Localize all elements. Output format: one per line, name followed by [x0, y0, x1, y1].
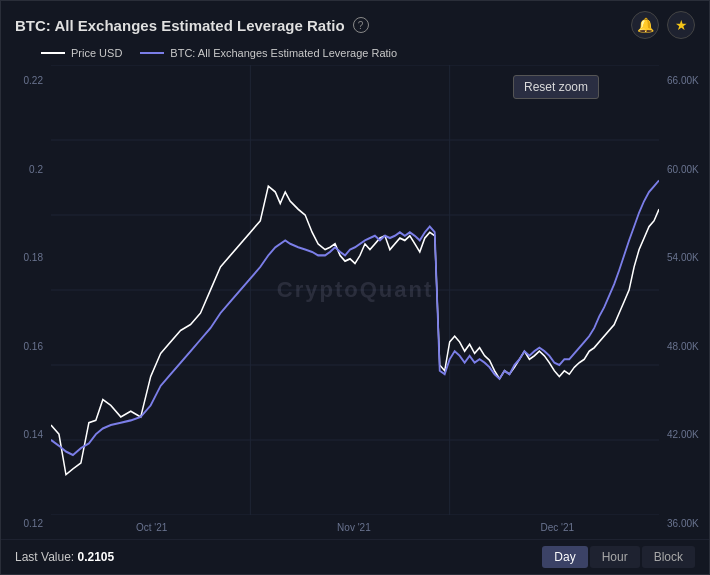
chart-area: 0.22 0.2 0.18 0.16 0.14 0.12 66.00K 60.0… [1, 65, 709, 539]
chart-inner: CryptoQuant Reset zoom [51, 65, 659, 515]
day-button[interactable]: Day [542, 546, 587, 568]
x-label-dec: Dec '21 [541, 522, 575, 533]
y-left-label-2: 0.18 [24, 252, 43, 263]
chart-svg [51, 65, 659, 515]
last-value-label: Last Value: [15, 550, 74, 564]
hour-button[interactable]: Hour [590, 546, 640, 568]
help-icon[interactable]: ? [353, 17, 369, 33]
star-icon[interactable]: ★ [667, 11, 695, 39]
last-value-number: 0.2105 [78, 550, 115, 564]
y-right-label-0: 66.00K [667, 75, 699, 86]
legend-line-white [41, 52, 65, 54]
chart-title: BTC: All Exchanges Estimated Leverage Ra… [15, 17, 345, 34]
y-left-label-0: 0.22 [24, 75, 43, 86]
bell-icon[interactable]: 🔔 [631, 11, 659, 39]
legend-item-price: Price USD [41, 47, 122, 59]
time-buttons: Day Hour Block [542, 546, 695, 568]
x-axis: Oct '21 Nov '21 Dec '21 [51, 515, 659, 539]
chart-container: BTC: All Exchanges Estimated Leverage Ra… [0, 0, 710, 575]
header-left: BTC: All Exchanges Estimated Leverage Ra… [15, 17, 369, 34]
legend-item-ratio: BTC: All Exchanges Estimated Leverage Ra… [140, 47, 397, 59]
y-axis-left: 0.22 0.2 0.18 0.16 0.14 0.12 [1, 65, 49, 539]
leverage-ratio-line [51, 180, 659, 455]
legend-label-price: Price USD [71, 47, 122, 59]
y-right-label-2: 54.00K [667, 252, 699, 263]
y-left-label-4: 0.14 [24, 429, 43, 440]
y-right-label-1: 60.00K [667, 164, 699, 175]
header-icons: 🔔 ★ [631, 11, 695, 39]
reset-zoom-button[interactable]: Reset zoom [513, 75, 599, 99]
last-value-display: Last Value: 0.2105 [15, 550, 114, 564]
price-line [51, 186, 659, 474]
chart-legend: Price USD BTC: All Exchanges Estimated L… [1, 45, 709, 65]
chart-footer: Last Value: 0.2105 Day Hour Block [1, 539, 709, 574]
y-left-label-5: 0.12 [24, 518, 43, 529]
chart-header: BTC: All Exchanges Estimated Leverage Ra… [1, 1, 709, 45]
y-right-label-4: 42.00K [667, 429, 699, 440]
block-button[interactable]: Block [642, 546, 695, 568]
legend-line-blue [140, 52, 164, 54]
x-label-nov: Nov '21 [337, 522, 371, 533]
y-right-label-3: 48.00K [667, 341, 699, 352]
y-left-label-1: 0.2 [29, 164, 43, 175]
legend-label-ratio: BTC: All Exchanges Estimated Leverage Ra… [170, 47, 397, 59]
y-axis-right: 66.00K 60.00K 54.00K 48.00K 42.00K 36.00… [661, 65, 709, 539]
x-label-oct: Oct '21 [136, 522, 167, 533]
y-left-label-3: 0.16 [24, 341, 43, 352]
y-right-label-5: 36.00K [667, 518, 699, 529]
